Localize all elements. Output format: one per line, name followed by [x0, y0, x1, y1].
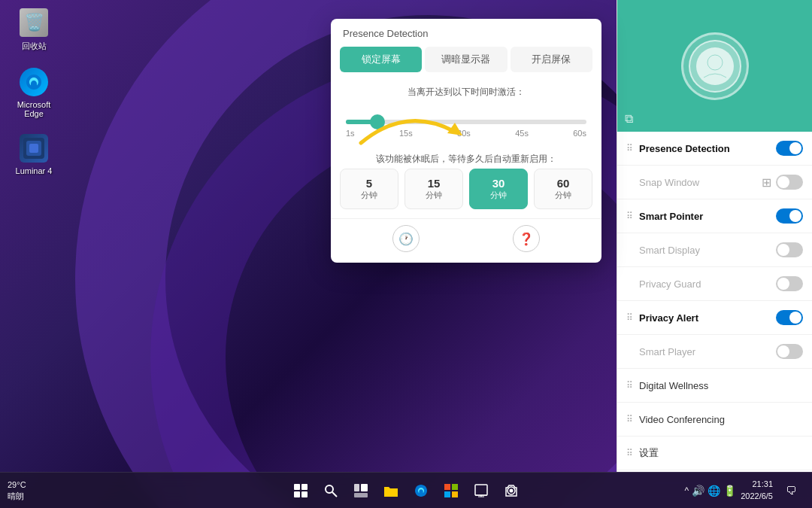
snap-window-label: Snap Window [639, 177, 762, 188]
slider-thumb[interactable] [370, 114, 385, 129]
luminar-label: Luminar 4 [16, 166, 53, 175]
sys-tray: ^ 🔊 🌐 🔋 [685, 485, 737, 497]
snap-grid-icon: ⊞ [762, 175, 771, 190]
panel-item-digital-wellness: ⠿ Digital Wellness [617, 369, 812, 403]
time-unit-60: 分钟 [538, 190, 589, 201]
time-num-5: 5 [344, 177, 395, 190]
drag-handle-privacy-alert: ⠿ [626, 312, 633, 323]
svg-rect-15 [444, 484, 450, 490]
panel-item-smart-pointer: ⠿ Smart Pointer [617, 199, 812, 233]
desktop-icon-recycle[interactable]: 🗑️ 回收站 [8, 8, 60, 52]
privacy-guard-toggle[interactable] [776, 276, 803, 291]
panel-item-snap-window: ⠿ Snap Window ⊞ [617, 166, 812, 199]
panel-item-smart-display: ⠿ Smart Display [617, 233, 812, 267]
slider-labels: 1s 15s 30s 45s 60s [346, 129, 586, 138]
svg-rect-17 [444, 491, 450, 497]
edge-label: MicrosoftEdge [17, 100, 51, 118]
drag-handle-presence: ⠿ [626, 143, 633, 154]
smart-display-toggle[interactable] [776, 242, 803, 257]
slider-label-45s: 45s [515, 129, 529, 138]
time-btn-5[interactable]: 5 分钟 [340, 169, 398, 209]
panel-header: ⧉ [617, 0, 812, 132]
snap-window-toggle[interactable] [776, 175, 803, 190]
desktop-icon-luminar[interactable]: Luminar 4 [8, 133, 60, 175]
whiteboard-button[interactable] [468, 477, 495, 504]
popup-tabs: 锁定屏幕 调暗显示器 开启屏保 [340, 47, 592, 72]
notification-icon[interactable]: 🗨 [777, 477, 804, 504]
drag-handle-smart-pointer: ⠿ [626, 211, 633, 221]
time-btn-60[interactable]: 60 分钟 [534, 169, 592, 209]
time-num-60: 60 [538, 177, 589, 190]
privacy-alert-toggle[interactable] [776, 310, 803, 325]
tab-dim-display[interactable]: 调暗显示器 [425, 47, 507, 72]
taskbar-datetime[interactable]: 21:31 2022/6/5 [741, 479, 773, 502]
time-unit-5: 分钟 [344, 190, 395, 201]
panel-items-list: ⠿ Presence Detection ⠿ Snap Window ⊞ ⠿ S… [617, 132, 812, 472]
search-button[interactable] [317, 477, 344, 504]
taskbar: 29°C 晴朗 [0, 472, 812, 508]
taskbar-right: ^ 🔊 🌐 🔋 21:31 2022/6/5 🗨 [685, 477, 804, 504]
panel-logo-outer [681, 32, 749, 100]
svg-rect-18 [452, 491, 458, 497]
slider-container: 1s 15s 30s 45s 60s [331, 102, 601, 147]
history-icon[interactable]: 🕐 [392, 225, 420, 252]
presence-detection-popup: Presence Detection 锁定屏幕 调暗显示器 开启屏保 当离开达到… [331, 19, 601, 263]
slider-track[interactable] [346, 120, 586, 124]
weather-info: 29°C 晴朗 [8, 479, 26, 501]
weather-condition: 晴朗 [8, 491, 26, 501]
presence-detection-toggle[interactable] [776, 141, 803, 156]
network-icon[interactable]: 🌐 [707, 485, 720, 497]
weather-temp: 29°C [8, 479, 26, 490]
time-btn-15[interactable]: 15 分钟 [404, 169, 463, 209]
timer-label: 该功能被休眠后，等待多久后自动重新启用： [331, 147, 601, 169]
svg-point-5 [707, 55, 723, 70]
clock-time: 21:31 [741, 479, 773, 490]
desktop-icons: 🗑️ 回收站 MicrosoftEdge Luminar 4 [8, 8, 60, 175]
time-btn-30[interactable]: 30 分钟 [469, 169, 528, 209]
panel-logo-face [696, 47, 734, 85]
popup-footer: 🕐 ❓ [331, 218, 601, 263]
task-view-button[interactable] [347, 477, 374, 504]
panel-item-smart-player: ⠿ Smart Player [617, 335, 812, 369]
svg-point-24 [510, 488, 514, 492]
video-conferencing-label: Video Conferencing [639, 414, 803, 425]
settings-label: 设置 [639, 446, 803, 460]
battery-icon[interactable]: 🔋 [723, 485, 736, 497]
panel-item-privacy-alert: ⠿ Privacy Alert [617, 301, 812, 335]
help-icon[interactable]: ❓ [513, 225, 540, 252]
svg-rect-13 [361, 484, 368, 491]
slider-label-60s: 60s [573, 129, 586, 138]
svg-rect-2 [29, 144, 38, 153]
svg-rect-16 [452, 484, 458, 490]
smart-display-label: Smart Display [639, 245, 776, 256]
drag-handle-settings: ⠿ [626, 448, 633, 458]
speaker-icon[interactable]: 🔊 [692, 485, 704, 497]
camera-button[interactable] [498, 477, 525, 504]
arc-decoration [346, 102, 496, 147]
panel-logo-inner [689, 40, 741, 93]
time-num-15: 15 [408, 177, 459, 190]
smart-player-label: Smart Player [639, 346, 776, 357]
file-explorer-button[interactable] [377, 477, 404, 504]
tab-lock-screen[interactable]: 锁定屏幕 [340, 47, 422, 72]
panel-copy-icon[interactable]: ⧉ [625, 112, 633, 126]
luminar-icon [20, 134, 48, 163]
slider-label-1s: 1s [346, 129, 355, 138]
smart-player-toggle[interactable] [776, 344, 803, 359]
svg-point-10 [326, 485, 333, 493]
time-buttons: 5 分钟 15 分钟 30 分钟 60 分钟 [331, 169, 601, 218]
drag-handle-video-conferencing: ⠿ [626, 414, 633, 424]
start-button[interactable] [287, 477, 314, 504]
recycle-label: 回收站 [22, 41, 47, 52]
svg-rect-12 [354, 484, 359, 491]
drag-handle-digital-wellness: ⠿ [626, 380, 633, 391]
smart-pointer-toggle[interactable] [776, 208, 803, 224]
show-hidden-icon[interactable]: ^ [685, 485, 689, 496]
svg-line-11 [332, 492, 337, 497]
store-taskbar-button[interactable] [438, 477, 465, 504]
right-panel: ⧉ ⠿ Presence Detection ⠿ Snap Window ⊞ ⠿… [617, 0, 812, 472]
desktop-icon-edge[interactable]: MicrosoftEdge [8, 67, 60, 118]
tab-screensaver[interactable]: 开启屏保 [511, 47, 592, 72]
edge-taskbar-button[interactable] [408, 477, 435, 504]
svg-rect-9 [301, 491, 308, 497]
